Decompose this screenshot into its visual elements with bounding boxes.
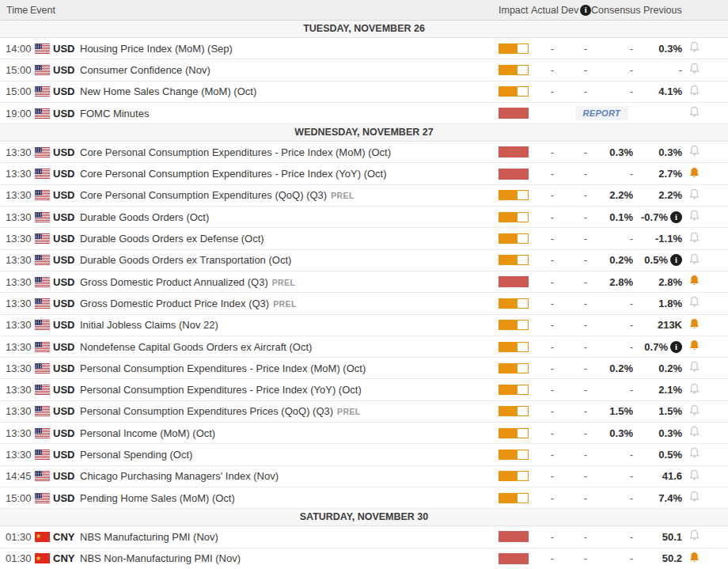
event-name[interactable]: New Home Sales Change (MoM) (Oct)	[80, 85, 499, 97]
event-name[interactable]: Core Personal Consumption Expenditures -…	[80, 168, 499, 180]
info-icon[interactable]: i	[670, 254, 682, 266]
event-row[interactable]: 15:00 USD Consumer Confidence (Nov) - - …	[0, 59, 728, 81]
event-name[interactable]: FOMC Minutes	[80, 108, 499, 119]
alert-bell-icon[interactable]	[682, 144, 706, 160]
currency-code: USD	[53, 341, 80, 353]
deviation-value: -	[554, 189, 587, 201]
info-icon[interactable]: i	[670, 211, 682, 223]
alert-bell-icon[interactable]	[682, 188, 706, 203]
event-row[interactable]: 13:30 USD Personal Consumption Expenditu…	[0, 379, 728, 400]
event-row[interactable]: 13:30 USD Personal Income (MoM) (Oct) - …	[0, 423, 728, 444]
info-icon[interactable]: i	[580, 5, 591, 16]
alert-bell-icon[interactable]	[682, 105, 706, 121]
alert-bell-icon[interactable]	[682, 360, 706, 376]
deviation-value: -	[554, 168, 587, 180]
event-name[interactable]: Core Personal Consumption Expenditures (…	[80, 189, 499, 201]
alert-bell-icon[interactable]	[682, 231, 706, 247]
alert-bell-icon[interactable]	[682, 84, 706, 100]
event-name[interactable]: Gross Domestic Product Price Index (Q3)P…	[80, 298, 499, 309]
event-name[interactable]: Durable Goods Orders ex Defense (Oct)	[80, 233, 499, 245]
event-name[interactable]: Chicago Purchasing Managers' Index (Nov)	[80, 470, 499, 482]
event-row[interactable]: 13:30 USD Core Personal Consumption Expe…	[0, 142, 728, 163]
event-row[interactable]: 13:30 USD Initial Jobless Claims (Nov 22…	[0, 315, 728, 336]
alert-bell-icon[interactable]	[682, 40, 706, 56]
event-row[interactable]: 01:30 CNY NBS Non-Manufacturing PMI (Nov…	[0, 548, 728, 569]
event-row[interactable]: 13:30 USD Nondefense Capital Goods Order…	[0, 336, 728, 358]
event-name[interactable]: Personal Consumption Expenditures Prices…	[80, 405, 499, 417]
event-row[interactable]: 13:30 USD Gross Domestic Product Price I…	[0, 293, 728, 314]
previous-value: 50.1 i	[633, 531, 682, 543]
event-row[interactable]: 19:00 USD FOMC Minutes REPORT i	[0, 103, 728, 124]
event-row[interactable]: 14:45 USD Chicago Purchasing Managers' I…	[0, 466, 728, 487]
event-name[interactable]: NBS Non-Manufacturing PMI (Nov)	[80, 552, 499, 564]
event-name[interactable]: Durable Goods Orders ex Transportation (…	[80, 254, 499, 266]
consensus-value: 0.3%	[587, 146, 633, 158]
event-row[interactable]: 15:00 USD New Home Sales Change (MoM) (O…	[0, 82, 728, 103]
event-row[interactable]: 13:30 USD Durable Goods Orders (Oct) - -…	[0, 207, 728, 228]
event-name[interactable]: Housing Price Index (MoM) (Sep)	[80, 43, 499, 55]
alert-bell-icon[interactable]	[682, 551, 706, 567]
alert-bell-icon[interactable]	[682, 468, 706, 484]
event-row[interactable]: 13:30 USD Personal Consumption Expenditu…	[0, 401, 728, 423]
event-name[interactable]: Core Personal Consumption Expenditures -…	[80, 146, 499, 158]
event-row[interactable]: 13:30 USD Core Personal Consumption Expe…	[0, 163, 728, 184]
alert-bell-icon[interactable]	[682, 295, 706, 311]
event-time: 15:00	[0, 85, 35, 97]
currency-code: USD	[53, 211, 80, 223]
event-name[interactable]: NBS Manufacturing PMI (Nov)	[80, 531, 499, 543]
actual-value: -	[535, 427, 554, 439]
event-row[interactable]: 13:30 USD Gross Domestic Product Annuali…	[0, 271, 728, 293]
event-row[interactable]: 01:30 CNY NBS Manufacturing PMI (Nov) - …	[0, 526, 728, 548]
alert-bell-icon[interactable]	[682, 382, 706, 398]
alert-bell-icon[interactable]	[682, 317, 706, 333]
report-cell: REPORT	[535, 106, 633, 120]
previous-value: 213K i	[633, 319, 682, 331]
event-name[interactable]: Initial Jobless Claims (Nov 22)	[80, 319, 499, 331]
event-time: 13:30	[0, 319, 35, 331]
event-row[interactable]: 13:30 USD Durable Goods Orders ex Transp…	[0, 250, 728, 271]
currency-flag-icon	[35, 298, 53, 309]
previous-value: 7.4% i	[633, 492, 682, 504]
currency-flag-icon	[35, 277, 53, 287]
event-row[interactable]: 14:00 USD Housing Price Index (MoM) (Sep…	[0, 38, 728, 59]
currency-flag-icon	[35, 44, 53, 54]
consensus-value: -	[587, 298, 633, 309]
deviation-value: -	[554, 449, 587, 461]
previous-value-text: 2.2%	[658, 189, 682, 201]
event-name[interactable]: Personal Consumption Expenditures - Pric…	[80, 362, 499, 374]
alert-bell-icon[interactable]	[682, 209, 706, 225]
event-row[interactable]: 13:30 USD Core Personal Consumption Expe…	[0, 185, 728, 207]
alert-bell-icon[interactable]	[682, 404, 706, 419]
column-header-dev-label: Dev	[561, 5, 578, 16]
previous-value-text: 0.5%	[644, 254, 668, 266]
actual-value: -	[535, 470, 554, 482]
impact-indicator	[499, 86, 535, 97]
event-name[interactable]: Personal Spending (Oct)	[80, 449, 499, 461]
previous-value: - i	[633, 64, 682, 76]
alert-bell-icon[interactable]	[682, 490, 706, 506]
alert-bell-icon[interactable]	[682, 166, 706, 182]
alert-bell-icon[interactable]	[682, 252, 706, 268]
alert-bell-icon[interactable]	[682, 339, 706, 355]
alert-bell-icon[interactable]	[682, 274, 706, 290]
alert-bell-icon[interactable]	[682, 529, 706, 544]
currency-code: USD	[53, 319, 80, 331]
event-row[interactable]: 15:00 USD Pending Home Sales (MoM) (Oct)…	[0, 487, 728, 509]
currency-code: USD	[53, 189, 80, 201]
event-name[interactable]: Pending Home Sales (MoM) (Oct)	[80, 492, 499, 504]
alert-bell-icon[interactable]	[682, 62, 706, 78]
report-link[interactable]: REPORT	[575, 106, 628, 120]
alert-bell-icon[interactable]	[682, 425, 706, 441]
event-name[interactable]: Consumer Confidence (Nov)	[80, 64, 499, 76]
alert-bell-icon[interactable]	[682, 446, 706, 462]
event-row[interactable]: 13:30 USD Personal Consumption Expenditu…	[0, 358, 728, 379]
event-row[interactable]: 13:30 USD Durable Goods Orders ex Defens…	[0, 228, 728, 249]
event-name[interactable]: Personal Income (MoM) (Oct)	[80, 427, 499, 439]
event-name[interactable]: Gross Domestic Product Annualized (Q3)PR…	[80, 276, 499, 288]
event-name[interactable]: Personal Consumption Expenditures - Pric…	[80, 384, 499, 396]
previous-value: 2.8% i	[633, 276, 682, 288]
info-icon[interactable]: i	[670, 341, 682, 353]
event-name[interactable]: Durable Goods Orders (Oct)	[80, 211, 499, 223]
event-name[interactable]: Nondefense Capital Goods Orders ex Aircr…	[80, 341, 499, 353]
event-row[interactable]: 13:30 USD Personal Spending (Oct) - - - …	[0, 444, 728, 465]
